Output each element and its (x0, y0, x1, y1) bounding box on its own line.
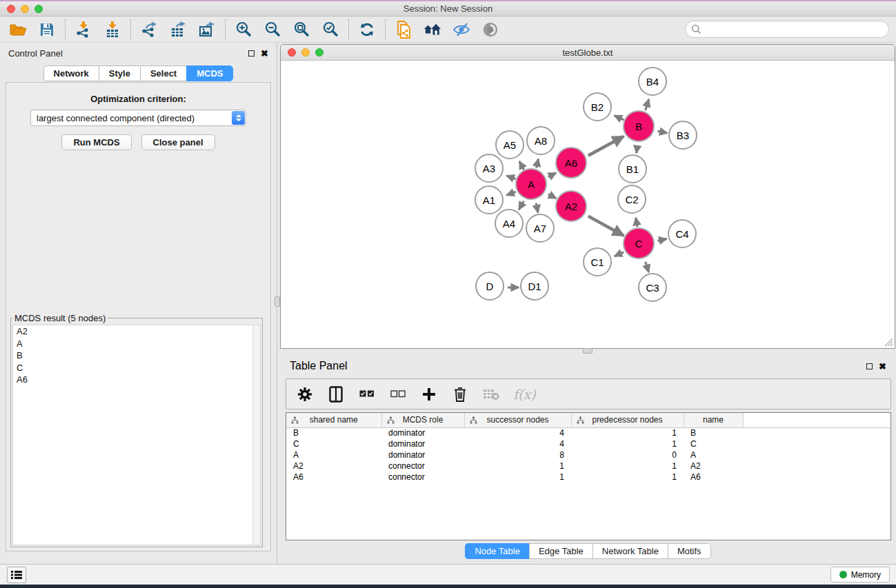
graph-edge[interactable] (588, 216, 624, 236)
zoom-selected-icon[interactable] (321, 21, 339, 39)
vertical-splitter-grip[interactable] (275, 296, 280, 307)
result-scrollbar[interactable] (252, 325, 260, 545)
result-list-item[interactable]: C (13, 362, 260, 374)
col-predecessor-nodes[interactable]: predecessor nodes (571, 413, 684, 427)
graph-edge[interactable] (646, 262, 649, 272)
table-row[interactable]: Adominator80A (286, 449, 890, 460)
zoom-in-icon[interactable] (235, 21, 252, 39)
export-table-icon[interactable] (169, 21, 187, 39)
col-successor-nodes[interactable]: successor nodes (464, 413, 571, 427)
mcds-result-list[interactable]: A2ABCA6 (12, 325, 261, 545)
table-row[interactable]: Bdominator41B (286, 427, 890, 438)
show-details-icon[interactable] (481, 21, 499, 39)
show-column-icon[interactable] (327, 385, 345, 403)
graph-edge[interactable] (646, 99, 649, 110)
deselect-all-icon[interactable] (389, 385, 407, 403)
graph-node-b2[interactable]: B2 (583, 92, 612, 121)
graph-node-a2[interactable]: A2 (555, 190, 587, 222)
zoom-out-icon[interactable] (263, 21, 281, 39)
float-table-panel-icon[interactable] (866, 363, 873, 369)
criterion-select[interactable]: largest connected component (directed) (30, 110, 246, 126)
import-network-icon[interactable] (74, 21, 92, 39)
table-cell[interactable]: 1 (571, 427, 684, 438)
col-shared-name[interactable]: shared name (286, 413, 381, 427)
graph-edge[interactable] (637, 145, 638, 154)
task-history-button[interactable] (7, 567, 26, 583)
table-settings-gear-icon[interactable] (296, 385, 314, 403)
table-cell[interactable]: connector (381, 460, 464, 472)
table-cell[interactable]: A (684, 449, 743, 460)
table-cell[interactable]: B (286, 427, 381, 438)
graph-node-a3[interactable]: A3 (475, 154, 504, 183)
graph-node-a4[interactable]: A4 (495, 209, 524, 238)
graph-node-c1[interactable]: C1 (583, 247, 612, 276)
table-cell[interactable]: 1 (571, 438, 684, 449)
close-panel-icon[interactable]: ✖ (261, 49, 268, 58)
tab-style[interactable]: Style (99, 65, 140, 81)
graph-node-b1[interactable]: B1 (618, 154, 647, 183)
table-cell[interactable]: A2 (286, 460, 381, 472)
graph-edge[interactable] (615, 116, 624, 120)
table-cell[interactable]: 4 (464, 427, 571, 438)
memory-button[interactable]: Memory (830, 567, 890, 582)
table-row[interactable]: A6connector11A6 (286, 472, 890, 483)
table-cell[interactable]: C (684, 438, 743, 449)
graph-node-b[interactable]: B (623, 110, 655, 142)
home-networks-icon[interactable] (424, 21, 441, 39)
result-list-item[interactable]: A6 (13, 374, 260, 386)
table-cell[interactable]: 1 (464, 460, 571, 472)
tab-network-table[interactable]: Network Table (593, 543, 668, 559)
table-cell[interactable]: connector (381, 472, 464, 483)
export-network-icon[interactable] (140, 21, 158, 39)
zoom-fit-icon[interactable] (292, 21, 310, 39)
graph-node-c3[interactable]: C3 (638, 273, 667, 302)
refresh-icon[interactable] (358, 21, 376, 39)
table-cell[interactable]: A6 (286, 472, 381, 483)
graph-node-c4[interactable]: C4 (668, 219, 697, 248)
graph-edge[interactable] (519, 161, 524, 170)
graph-edge[interactable] (506, 176, 515, 179)
graph-edge[interactable] (657, 239, 666, 241)
table-cell[interactable]: 4 (464, 438, 571, 449)
close-table-panel-icon[interactable]: ✖ (879, 362, 886, 371)
graph-node-a[interactable]: A (515, 168, 547, 200)
tab-select[interactable]: Select (140, 65, 186, 81)
table-cell[interactable]: C (286, 438, 381, 449)
resize-grip-icon[interactable] (884, 338, 893, 347)
table-cell[interactable]: A6 (684, 472, 743, 483)
graph-node-a7[interactable]: A7 (526, 214, 555, 243)
open-session-icon[interactable] (9, 21, 27, 39)
graph-edge[interactable] (588, 136, 624, 156)
tab-mcds[interactable]: MCDS (186, 65, 233, 81)
graph-edge[interactable] (636, 218, 637, 227)
result-list-item[interactable]: A (13, 338, 260, 350)
tab-edge-table[interactable]: Edge Table (529, 543, 593, 559)
col-name[interactable]: name (684, 413, 743, 427)
graph-node-d1[interactable]: D1 (520, 272, 549, 301)
save-session-icon[interactable] (38, 21, 56, 39)
node-table[interactable]: shared name MCDS role successor nodes pr… (286, 412, 891, 540)
tab-motifs[interactable]: Motifs (668, 543, 711, 559)
table-cell[interactable]: dominator (381, 449, 464, 460)
create-column-icon[interactable] (420, 385, 438, 403)
table-cell[interactable]: 1 (571, 460, 684, 472)
search-input[interactable] (685, 21, 889, 38)
graph-node-a6[interactable]: A6 (555, 147, 587, 179)
graph-node-a1[interactable]: A1 (475, 185, 504, 214)
graph-edge[interactable] (615, 252, 624, 256)
graph-node-a5[interactable]: A5 (495, 130, 524, 159)
graph-edge[interactable] (537, 159, 539, 168)
hide-details-icon[interactable] (452, 21, 470, 39)
graph-edge[interactable] (506, 192, 515, 195)
table-cell[interactable]: dominator (381, 438, 464, 449)
run-mcds-button[interactable]: Run MCDS (61, 134, 131, 150)
table-cell[interactable]: B (684, 427, 743, 438)
table-cell[interactable]: 1 (571, 472, 684, 483)
graph-node-c[interactable]: C (623, 227, 655, 259)
table-cell[interactable]: dominator (381, 427, 464, 438)
horizontal-splitter-grip[interactable] (583, 348, 593, 354)
graph-edge[interactable] (548, 173, 556, 177)
delete-column-icon[interactable] (451, 385, 469, 403)
graph-edge[interactable] (536, 203, 538, 212)
tab-node-table[interactable]: Node Table (465, 543, 529, 559)
